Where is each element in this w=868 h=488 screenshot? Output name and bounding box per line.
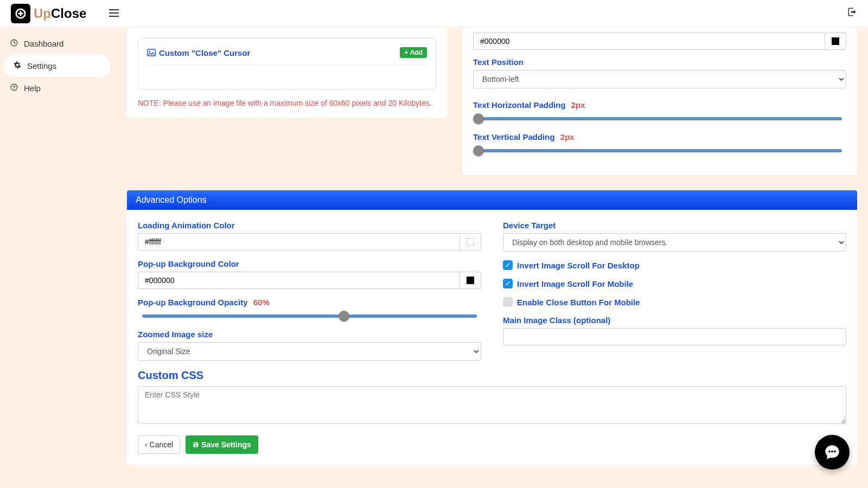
add-cursor-button[interactable]: + Add (400, 47, 427, 58)
text-color-swatch[interactable] (825, 33, 846, 50)
logo-icon (11, 4, 30, 23)
text-vpad-label: Text Vertical Padding 2px (473, 132, 846, 142)
logout-icon[interactable] (847, 7, 857, 20)
sidebar: Dashboard Settings ? Help (0, 27, 114, 105)
close-mobile-row[interactable]: Enable Close Button For Mobile (503, 297, 846, 307)
text-hpad-label: Text Horizontal Padding 2px (473, 100, 846, 110)
svg-point-12 (831, 451, 833, 453)
popup-bg-input[interactable] (138, 272, 459, 289)
svg-rect-4 (109, 12, 119, 14)
sidebar-item-dashboard[interactable]: Dashboard (0, 33, 114, 55)
hamburger-icon[interactable] (109, 7, 119, 20)
gear-icon (13, 61, 22, 70)
help-icon: ? (10, 84, 18, 93)
svg-rect-3 (109, 9, 119, 10)
sidebar-item-label: Dashboard (24, 39, 63, 48)
device-target-select[interactable]: Display on both desktop and mobile brows… (503, 233, 846, 252)
text-position-label: Text Position (473, 57, 846, 67)
logo-text: UpClose (34, 6, 86, 21)
main-content: Custom "Close" Cursor + Add NOTE: Please… (127, 27, 868, 486)
custom-css-textarea[interactable] (138, 386, 846, 424)
slider-thumb[interactable] (473, 145, 484, 156)
chevron-left-icon: ‹ (145, 440, 150, 449)
checkbox-icon[interactable]: ✓ (503, 279, 513, 288)
popup-opacity-slider[interactable] (138, 310, 481, 321)
header: UpClose (0, 0, 868, 27)
svg-rect-5 (109, 16, 119, 17)
sidebar-item-help[interactable]: ? Help (0, 77, 114, 99)
chat-icon (823, 443, 841, 461)
save-icon (193, 441, 199, 448)
save-settings-button[interactable]: Save Settings (186, 435, 258, 454)
advanced-body: Loading Animation Color Pop-up Backgroun… (127, 210, 857, 465)
text-panel: Text Position Bottom-left Text Horizonta… (462, 27, 857, 175)
zoom-size-select[interactable]: Original Size (138, 342, 481, 361)
svg-point-11 (828, 451, 831, 453)
cursor-card: Custom "Close" Cursor + Add NOTE: Please… (127, 27, 447, 118)
text-position-select[interactable]: Bottom-left (473, 70, 846, 88)
zoom-size-label: Zoomed Image size (138, 330, 481, 339)
svg-text:?: ? (13, 85, 16, 90)
invert-mobile-row[interactable]: ✓ Invert Image Scroll For Mobile (503, 279, 846, 288)
chat-fab[interactable] (815, 435, 850, 470)
image-class-label: Main Image Class (optional) (503, 316, 846, 325)
cursor-title: Custom "Close" Cursor (147, 47, 250, 58)
svg-point-13 (834, 451, 836, 453)
text-color-input[interactable] (473, 33, 825, 50)
custom-css-heading: Custom CSS (138, 369, 846, 382)
slider-thumb[interactable] (339, 311, 349, 322)
sidebar-item-label: Settings (27, 61, 56, 70)
invert-desktop-label: Invert Image Scroll For Desktop (517, 261, 640, 270)
checkbox-icon[interactable] (503, 297, 513, 307)
text-vpad-slider[interactable] (473, 145, 846, 156)
image-icon (147, 49, 156, 56)
invert-mobile-label: Invert Image Scroll For Mobile (517, 279, 633, 288)
dashboard-icon (10, 39, 18, 48)
logo: UpClose (11, 4, 86, 23)
cursor-box: Custom "Close" Cursor + Add (138, 38, 436, 90)
popup-opacity-label: Pop-up Background Opacity 60% (138, 298, 481, 307)
cursor-note: NOTE: Please use an image file with a ma… (138, 99, 436, 107)
sidebar-item-settings[interactable]: Settings (3, 55, 111, 77)
advanced-header: Advanced Options (127, 190, 857, 210)
loading-color-swatch[interactable] (459, 233, 481, 251)
loading-color-input[interactable] (138, 233, 459, 251)
cancel-button[interactable]: ‹ Cancel (138, 435, 180, 454)
image-class-input[interactable] (503, 328, 846, 345)
invert-desktop-row[interactable]: ✓ Invert Image Scroll For Desktop (503, 260, 846, 270)
close-mobile-label: Enable Close Button For Mobile (517, 298, 640, 307)
svg-point-10 (149, 51, 150, 53)
popup-bg-swatch[interactable] (459, 272, 481, 289)
text-hpad-slider[interactable] (473, 113, 846, 124)
loading-color-label: Loading Animation Color (138, 221, 481, 230)
checkbox-icon[interactable]: ✓ (503, 260, 513, 270)
popup-bg-label: Pop-up Background Color (138, 259, 481, 268)
sidebar-item-label: Help (24, 84, 41, 93)
slider-thumb[interactable] (473, 113, 484, 124)
device-target-label: Device Target (503, 221, 846, 230)
